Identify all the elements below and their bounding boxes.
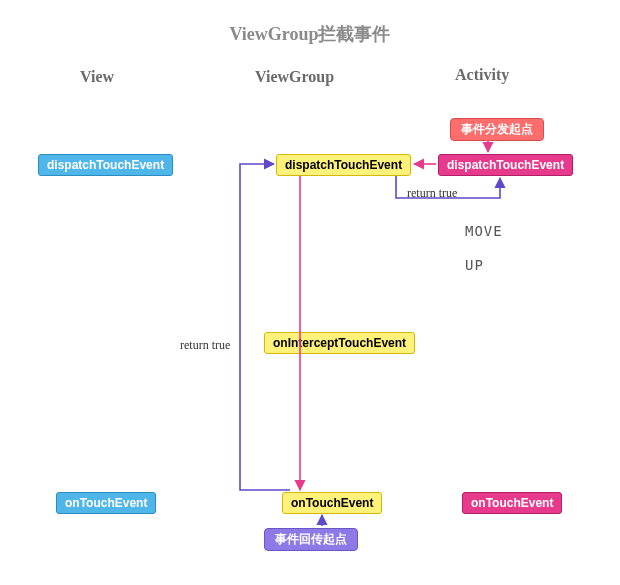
act-dispatch: dispatchTouchEvent [438, 154, 573, 176]
arrow-vg-touch-to-vg-dispatch [240, 164, 290, 490]
state-move: MOVE [465, 223, 503, 239]
vg-intercept: onInterceptTouchEvent [264, 332, 415, 354]
edge-return-true-right: return true [407, 186, 457, 201]
pill-return-start: 事件回传起点 [264, 528, 358, 551]
pill-dispatch-start: 事件分发起点 [450, 118, 544, 141]
col-activity: Activity [455, 66, 509, 84]
col-viewgroup: ViewGroup [255, 68, 334, 86]
view-touch: onTouchEvent [56, 492, 156, 514]
view-dispatch: dispatchTouchEvent [38, 154, 173, 176]
edge-return-true-left: return true [180, 338, 230, 353]
vg-dispatch: dispatchTouchEvent [276, 154, 411, 176]
diagram-canvas: { "title": "ViewGroup拦截事件", "columns": {… [0, 0, 620, 585]
vg-touch: onTouchEvent [282, 492, 382, 514]
state-up: UP [465, 257, 484, 273]
col-view: View [80, 68, 114, 86]
diagram-title: ViewGroup拦截事件 [0, 22, 620, 46]
act-touch: onTouchEvent [462, 492, 562, 514]
